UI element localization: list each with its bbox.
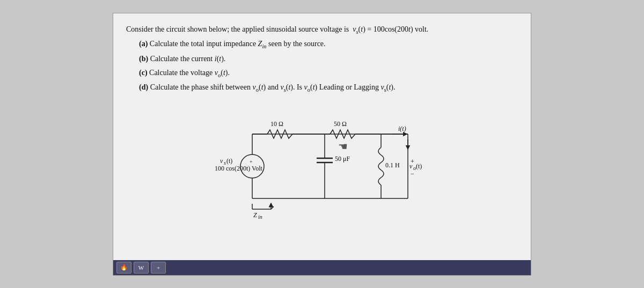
part-a: (a) Calculate the total input impedance … <box>126 38 518 51</box>
problem-text: Consider the circuit shown below; the ap… <box>126 23 518 95</box>
svg-text:−: − <box>411 170 414 178</box>
circuit-diagram: .circuit-line { stroke: #222; stroke-wid… <box>126 105 518 223</box>
svg-text:☚: ☚ <box>338 141 348 152</box>
svg-text:50 μF: 50 μF <box>335 155 350 163</box>
svg-text:100 cos(200t) Volt: 100 cos(200t) Volt <box>215 165 263 172</box>
svg-text:+: + <box>250 159 253 165</box>
taskbar-btn-3[interactable]: + <box>151 262 166 274</box>
svg-text:v: v <box>220 157 223 165</box>
svg-text:0.1 H: 0.1 H <box>385 161 400 169</box>
intro-line: Consider the circuit shown below; the ap… <box>126 23 518 37</box>
svg-text:v: v <box>409 163 413 170</box>
taskbar: 🔥 W + <box>113 260 531 275</box>
document-window: Consider the circuit shown below; the ap… <box>113 13 531 276</box>
svg-text:Z: Z <box>253 211 257 219</box>
svg-text:i(t): i(t) <box>398 125 406 132</box>
part-d: (d) Calculate the phase shift between vo… <box>126 81 518 95</box>
svg-text:(t): (t) <box>416 163 422 170</box>
svg-text:(t): (t) <box>226 157 232 165</box>
taskbar-btn-2[interactable]: W <box>134 262 149 274</box>
svg-text:10 Ω: 10 Ω <box>270 120 283 128</box>
circuit-svg: .circuit-line { stroke: #222; stroke-wid… <box>209 105 435 223</box>
taskbar-btn-1[interactable]: 🔥 <box>116 262 131 274</box>
part-c: (c) Calculate the voltage vo(t). <box>126 67 518 80</box>
svg-text:in: in <box>258 214 262 220</box>
part-b: (b) Calculate the current i(t). <box>126 53 518 65</box>
svg-text:50 Ω: 50 Ω <box>334 120 347 128</box>
